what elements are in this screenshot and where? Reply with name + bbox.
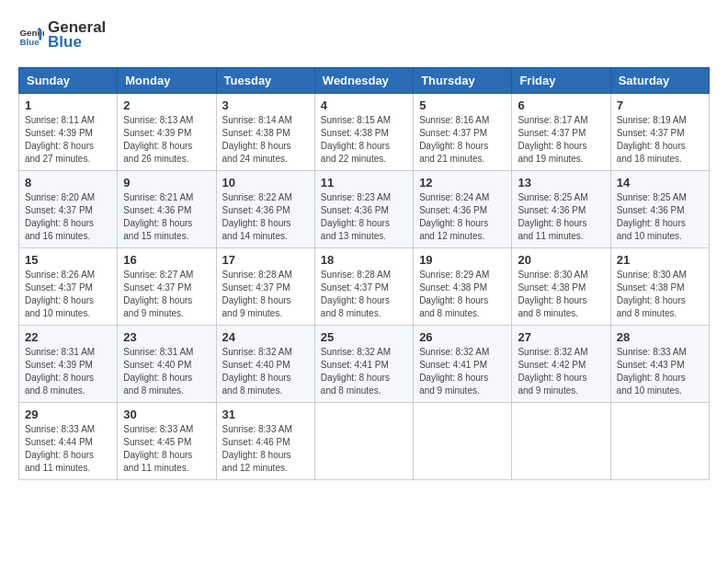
calendar-cell: 21 Sunrise: 8:30 AM Sunset: 4:38 PM Dayl… — [610, 247, 709, 325]
day-number: 18 — [321, 253, 407, 267]
calendar-cell — [414, 402, 512, 479]
day-info: Sunrise: 8:26 AM Sunset: 4:37 PM Dayligh… — [25, 269, 111, 320]
day-info: Sunrise: 8:30 AM Sunset: 4:38 PM Dayligh… — [617, 269, 703, 320]
day-number: 23 — [123, 330, 210, 344]
day-number: 30 — [123, 408, 210, 421]
calendar-week-3: 15 Sunrise: 8:26 AM Sunset: 4:37 PM Dayl… — [19, 247, 710, 325]
day-info: Sunrise: 8:31 AM Sunset: 4:39 PM Dayligh… — [25, 346, 111, 397]
day-number: 11 — [321, 176, 407, 190]
calendar-cell: 4 Sunrise: 8:15 AM Sunset: 4:38 PM Dayli… — [314, 93, 413, 170]
day-number: 14 — [617, 176, 703, 190]
day-number: 7 — [617, 98, 703, 112]
day-number: 8 — [25, 176, 111, 190]
day-number: 20 — [518, 253, 604, 267]
day-info: Sunrise: 8:22 AM Sunset: 4:36 PM Dayligh… — [222, 191, 309, 243]
calendar-cell: 13 Sunrise: 8:25 AM Sunset: 4:36 PM Dayl… — [512, 170, 610, 247]
calendar-week-2: 8 Sunrise: 8:20 AM Sunset: 4:37 PM Dayli… — [19, 170, 710, 247]
day-number: 16 — [123, 253, 210, 267]
calendar-cell: 31 Sunrise: 8:33 AM Sunset: 4:46 PM Dayl… — [216, 402, 314, 479]
col-header-wednesday: Wednesday — [314, 67, 413, 93]
calendar-cell: 1 Sunrise: 8:11 AM Sunset: 4:39 PM Dayli… — [19, 93, 118, 170]
calendar-week-1: 1 Sunrise: 8:11 AM Sunset: 4:39 PM Dayli… — [19, 93, 710, 170]
day-info: Sunrise: 8:20 AM Sunset: 4:37 PM Dayligh… — [25, 191, 111, 243]
calendar-cell: 11 Sunrise: 8:23 AM Sunset: 4:36 PM Dayl… — [314, 170, 413, 247]
page-header: General Blue General Blue — [18, 18, 710, 52]
day-number: 9 — [123, 176, 210, 190]
day-info: Sunrise: 8:28 AM Sunset: 4:37 PM Dayligh… — [222, 269, 309, 320]
calendar-cell: 9 Sunrise: 8:21 AM Sunset: 4:36 PM Dayli… — [118, 170, 216, 247]
calendar-cell: 22 Sunrise: 8:31 AM Sunset: 4:39 PM Dayl… — [19, 325, 118, 402]
day-info: Sunrise: 8:17 AM Sunset: 4:37 PM Dayligh… — [518, 114, 604, 166]
day-number: 25 — [321, 330, 407, 344]
day-number: 29 — [25, 408, 111, 421]
calendar-cell: 23 Sunrise: 8:31 AM Sunset: 4:40 PM Dayl… — [118, 325, 216, 402]
day-number: 5 — [419, 98, 506, 112]
calendar-cell: 2 Sunrise: 8:13 AM Sunset: 4:39 PM Dayli… — [118, 93, 216, 170]
day-info: Sunrise: 8:32 AM Sunset: 4:40 PM Dayligh… — [222, 346, 309, 397]
col-header-thursday: Thursday — [414, 67, 512, 93]
logo-icon: General Blue — [18, 22, 44, 48]
day-number: 1 — [25, 98, 111, 112]
day-number: 4 — [321, 98, 407, 112]
day-info: Sunrise: 8:30 AM Sunset: 4:38 PM Dayligh… — [518, 269, 604, 320]
calendar-cell: 6 Sunrise: 8:17 AM Sunset: 4:37 PM Dayli… — [512, 93, 610, 170]
day-info: Sunrise: 8:19 AM Sunset: 4:37 PM Dayligh… — [617, 114, 703, 166]
day-number: 2 — [123, 98, 210, 112]
calendar-cell: 30 Sunrise: 8:33 AM Sunset: 4:45 PM Dayl… — [118, 402, 216, 479]
day-info: Sunrise: 8:33 AM Sunset: 4:43 PM Dayligh… — [617, 346, 703, 397]
day-info: Sunrise: 8:15 AM Sunset: 4:38 PM Dayligh… — [321, 114, 407, 166]
day-info: Sunrise: 8:33 AM Sunset: 4:46 PM Dayligh… — [222, 423, 309, 475]
col-header-sunday: Sunday — [19, 67, 118, 93]
day-info: Sunrise: 8:33 AM Sunset: 4:45 PM Dayligh… — [123, 423, 210, 475]
day-info: Sunrise: 8:13 AM Sunset: 4:39 PM Dayligh… — [123, 114, 210, 166]
day-number: 12 — [419, 176, 506, 190]
col-header-tuesday: Tuesday — [216, 67, 314, 93]
day-number: 22 — [25, 330, 111, 344]
day-info: Sunrise: 8:11 AM Sunset: 4:39 PM Dayligh… — [25, 114, 111, 166]
calendar-cell: 27 Sunrise: 8:32 AM Sunset: 4:42 PM Dayl… — [512, 325, 610, 402]
calendar-cell: 20 Sunrise: 8:30 AM Sunset: 4:38 PM Dayl… — [512, 247, 610, 325]
day-info: Sunrise: 8:27 AM Sunset: 4:37 PM Dayligh… — [123, 269, 210, 320]
calendar-cell: 25 Sunrise: 8:32 AM Sunset: 4:41 PM Dayl… — [314, 325, 413, 402]
col-header-saturday: Saturday — [610, 67, 709, 93]
calendar-cell: 19 Sunrise: 8:29 AM Sunset: 4:38 PM Dayl… — [414, 247, 512, 325]
day-number: 17 — [222, 253, 309, 267]
calendar-cell: 3 Sunrise: 8:14 AM Sunset: 4:38 PM Dayli… — [216, 93, 314, 170]
day-info: Sunrise: 8:32 AM Sunset: 4:42 PM Dayligh… — [518, 346, 604, 397]
day-number: 24 — [222, 330, 309, 344]
day-number: 27 — [518, 330, 604, 344]
day-number: 21 — [617, 253, 703, 267]
day-number: 19 — [419, 253, 506, 267]
calendar-cell — [314, 402, 413, 479]
calendar-cell — [512, 402, 610, 479]
calendar-cell: 24 Sunrise: 8:32 AM Sunset: 4:40 PM Dayl… — [216, 325, 314, 402]
calendar-cell: 18 Sunrise: 8:28 AM Sunset: 4:37 PM Dayl… — [314, 247, 413, 325]
calendar-cell: 17 Sunrise: 8:28 AM Sunset: 4:37 PM Dayl… — [216, 247, 314, 325]
day-info: Sunrise: 8:32 AM Sunset: 4:41 PM Dayligh… — [419, 346, 506, 397]
day-info: Sunrise: 8:25 AM Sunset: 4:36 PM Dayligh… — [518, 191, 604, 243]
day-info: Sunrise: 8:29 AM Sunset: 4:38 PM Dayligh… — [419, 269, 506, 320]
day-info: Sunrise: 8:31 AM Sunset: 4:40 PM Dayligh… — [123, 346, 210, 397]
day-number: 15 — [25, 253, 111, 267]
calendar-cell: 15 Sunrise: 8:26 AM Sunset: 4:37 PM Dayl… — [19, 247, 118, 325]
calendar-cell: 12 Sunrise: 8:24 AM Sunset: 4:36 PM Dayl… — [414, 170, 512, 247]
day-number: 31 — [222, 408, 309, 421]
calendar-cell: 26 Sunrise: 8:32 AM Sunset: 4:41 PM Dayl… — [414, 325, 512, 402]
col-header-friday: Friday — [512, 67, 610, 93]
calendar-cell — [610, 402, 709, 479]
day-number: 10 — [222, 176, 309, 190]
calendar-week-5: 29 Sunrise: 8:33 AM Sunset: 4:44 PM Dayl… — [19, 402, 710, 479]
calendar-cell: 28 Sunrise: 8:33 AM Sunset: 4:43 PM Dayl… — [610, 325, 709, 402]
day-info: Sunrise: 8:14 AM Sunset: 4:38 PM Dayligh… — [222, 114, 309, 166]
day-info: Sunrise: 8:33 AM Sunset: 4:44 PM Dayligh… — [25, 423, 111, 475]
calendar-cell: 5 Sunrise: 8:16 AM Sunset: 4:37 PM Dayli… — [414, 93, 512, 170]
col-header-monday: Monday — [118, 67, 216, 93]
calendar-cell: 16 Sunrise: 8:27 AM Sunset: 4:37 PM Dayl… — [118, 247, 216, 325]
calendar-cell: 14 Sunrise: 8:25 AM Sunset: 4:36 PM Dayl… — [610, 170, 709, 247]
day-info: Sunrise: 8:32 AM Sunset: 4:41 PM Dayligh… — [321, 346, 407, 397]
calendar-cell: 29 Sunrise: 8:33 AM Sunset: 4:44 PM Dayl… — [19, 402, 118, 479]
day-number: 13 — [518, 176, 604, 190]
day-number: 6 — [518, 98, 604, 112]
day-number: 3 — [222, 98, 309, 112]
day-info: Sunrise: 8:16 AM Sunset: 4:37 PM Dayligh… — [419, 114, 506, 166]
